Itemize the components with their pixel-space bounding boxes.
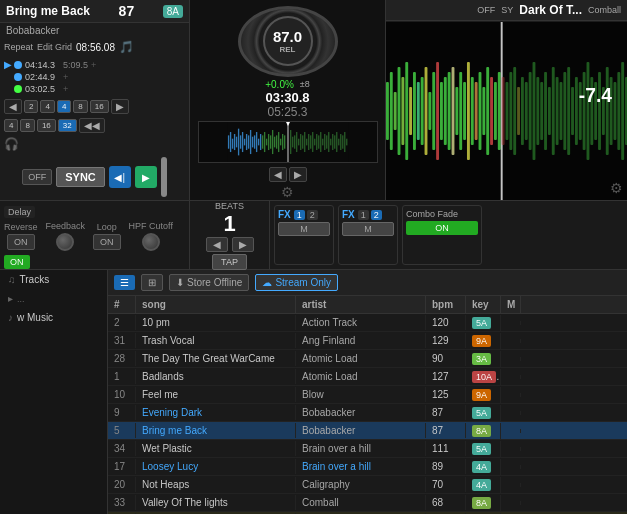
nav-4c[interactable]: 4 [4, 119, 18, 132]
feedback-knob[interactable] [56, 233, 74, 251]
svg-rect-47 [322, 139, 323, 146]
fx-on-btn[interactable]: ON [4, 255, 30, 269]
svg-rect-64 [394, 92, 397, 130]
svg-text:-7.4: -7.4 [579, 84, 612, 106]
fx2-btn-2[interactable]: 2 [371, 210, 382, 220]
sidebar: ♫ Tracks ▸ ... ♪ w Music [0, 270, 108, 514]
svg-rect-81 [459, 72, 462, 150]
loop-toggle[interactable]: ON [93, 234, 121, 250]
nav-16[interactable]: 16 [90, 100, 109, 113]
fx2-m-btn[interactable]: M [342, 222, 394, 236]
store-offline-btn[interactable]: ⬇ Store Offline [169, 274, 249, 291]
track-song: Not Heaps [136, 477, 296, 492]
track-artist: Action Track [296, 315, 426, 330]
sidebar-item-music[interactable]: ♪ w Music [0, 308, 107, 327]
track-extra [501, 465, 521, 469]
fx1-m-btn[interactable]: M [278, 222, 330, 236]
play-btn-left[interactable]: ▶ [135, 166, 157, 188]
cue-dot-1 [14, 61, 22, 69]
hpf-knob[interactable] [142, 233, 160, 251]
vinyl-disc[interactable]: 87.0 REL [238, 6, 338, 77]
table-row[interactable]: 31 Trash Vocal Ang Finland 129 9A [108, 332, 627, 350]
fx1-btn-2[interactable]: 2 [307, 210, 318, 220]
cue-plus-2[interactable]: + [63, 72, 68, 82]
center-nav-right[interactable]: ▶ [289, 167, 307, 182]
nav-2[interactable]: 2 [24, 100, 38, 113]
nav-back-btn[interactable]: ◀ [4, 99, 22, 114]
table-row[interactable]: 9 Evening Dark Bobabacker 87 5A [108, 404, 627, 422]
sidebar-item-tracks[interactable]: ♫ Tracks [0, 270, 107, 289]
svg-rect-11 [247, 135, 248, 148]
track-song: The Day The Great WarCame [136, 351, 296, 366]
vinyl-inner: 87.0 REL [263, 16, 313, 66]
svg-rect-56 [340, 134, 341, 150]
loop-label: Loop [97, 222, 117, 232]
cue-plus-1[interactable]: + [91, 60, 96, 70]
track-table[interactable]: # song artist bpm key M 2 10 pm Action T… [108, 296, 627, 514]
right-off-label[interactable]: OFF [477, 5, 495, 15]
svg-rect-95 [509, 72, 512, 150]
right-settings-icon[interactable]: ⚙ [610, 180, 623, 196]
list-view-btn[interactable]: ☰ [114, 275, 135, 290]
track-song: Valley Of The lights [136, 495, 296, 510]
table-row[interactable]: 20 Not Heaps Caligraphy 70 4A [108, 476, 627, 494]
sidebar-item-placeholder[interactable]: ▸ ... [0, 289, 107, 308]
col-artist[interactable]: artist [296, 296, 426, 313]
cue-play-btn[interactable]: ◀| [109, 166, 131, 188]
nav-8[interactable]: 8 [73, 100, 87, 113]
stream-only-btn[interactable]: ☁ Stream Only [255, 274, 338, 291]
table-row[interactable]: 17 Loosey Lucy Brain over a hill 89 4A [108, 458, 627, 476]
col-num[interactable]: # [108, 296, 136, 313]
svg-rect-91 [498, 72, 501, 150]
pitch-slider-left[interactable] [161, 157, 167, 197]
settings-icon[interactable]: ⚙ [281, 184, 294, 200]
off-button-left[interactable]: OFF [22, 169, 52, 185]
fx1-btn-1[interactable]: 1 [294, 210, 305, 220]
right-sync-label[interactable]: SY [501, 5, 513, 15]
nav-left2[interactable]: ◀◀ [79, 118, 105, 133]
col-key[interactable]: key [466, 296, 501, 313]
nav-forward-btn[interactable]: ▶ [111, 99, 129, 114]
table-row[interactable]: 1 Badlands Atomic Load 127 10A [108, 368, 627, 386]
svg-rect-54 [336, 132, 337, 152]
cue-plus-3[interactable]: + [63, 84, 68, 94]
svg-rect-75 [436, 62, 439, 160]
beats-back[interactable]: ◀ [206, 237, 228, 252]
sync-button-left[interactable]: SYNC [56, 167, 105, 187]
col-song[interactable]: song [136, 296, 296, 313]
nav-32[interactable]: 32 [58, 119, 77, 132]
combo-fade-unit: Combo Fade ON [402, 205, 482, 265]
svg-rect-10 [245, 134, 246, 150]
svg-rect-98 [521, 77, 524, 145]
reverse-toggle[interactable]: ON [7, 234, 35, 250]
fx-controls: Reverse ON Feedback Loop ON HPF Cutoff [4, 221, 185, 251]
nav-16b[interactable]: 16 [37, 119, 56, 132]
repeat-label[interactable]: Repeat [4, 42, 33, 52]
tap-btn[interactable]: TAP [212, 254, 247, 270]
svg-rect-79 [452, 67, 455, 155]
left-deck-title: Bring me Back [6, 4, 90, 18]
table-row[interactable]: 34 Wet Plastic Brain over a hill 111 5A [108, 440, 627, 458]
nav-8b[interactable]: 8 [20, 119, 34, 132]
track-song: Wet Plastic [136, 441, 296, 456]
cue-time-2: 02:44.9 [25, 72, 60, 82]
table-row[interactable]: 28 The Day The Great WarCame Atomic Load… [108, 350, 627, 368]
edit-grid-label[interactable]: Edit Grid [37, 42, 72, 52]
table-row[interactable]: 10 Feel me Blow 125 9A [108, 386, 627, 404]
table-row[interactable]: 2 10 pm Action Track 120 5A [108, 314, 627, 332]
center-nav-left[interactable]: ◀ [269, 167, 287, 182]
left-deck-key: 8A [163, 5, 183, 18]
svg-rect-52 [332, 134, 333, 150]
combo-fade-on-btn[interactable]: ON [406, 221, 478, 235]
grid-view-btn[interactable]: ⊞ [141, 274, 163, 291]
track-song: Loosey Lucy [136, 459, 296, 474]
table-row[interactable]: 33 Valley Of The lights Comball 68 8A [108, 494, 627, 512]
fx2-btn-1[interactable]: 1 [358, 210, 369, 220]
col-bpm[interactable]: bpm [426, 296, 466, 313]
nav-4b[interactable]: 4 [57, 100, 71, 113]
table-row[interactable]: 5 Bring me Back Bobabacker 87 8A [108, 422, 627, 440]
track-artist: Atomic Load [296, 369, 426, 384]
nav-4[interactable]: 4 [40, 100, 54, 113]
track-bpm: 68 [426, 495, 466, 510]
beats-forward[interactable]: ▶ [232, 237, 254, 252]
